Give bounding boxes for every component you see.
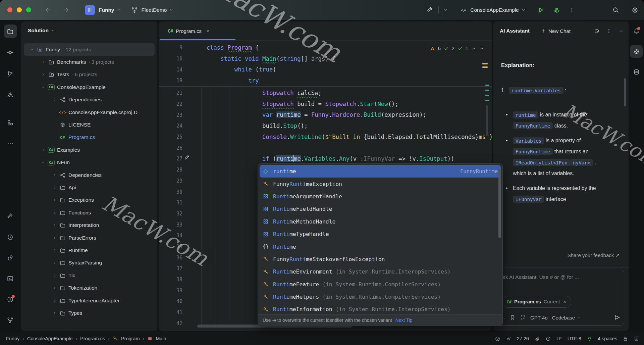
share-feedback-link[interactable]: Share your feedback ↗ [568,252,620,258]
model-selector[interactable]: GPT-4o [530,315,548,321]
rail-more-tools-icon[interactable] [4,137,17,150]
ai-more-kebab-icon[interactable] [606,28,612,34]
no-problems-shield-icon[interactable] [587,336,592,342]
code-line-26[interactable]: 26 [159,142,492,153]
rail-profiler-icon[interactable] [4,251,17,264]
minimize-window-button[interactable] [17,7,22,12]
tab-program-cs[interactable]: C# Program.cs [168,28,210,34]
completion-item-runtime[interactable]: runtimeFunnyRuntime [260,165,501,178]
tree-item-examples[interactable]: C#Examples [24,144,155,156]
send-icon[interactable] [614,314,621,321]
settings-gear-button[interactable] [631,6,639,14]
tree-item-runtime[interactable]: Runtime [24,244,155,256]
solution-panel-title[interactable]: Solution [28,28,49,34]
forward-button[interactable] [62,6,69,13]
workspace-chevron-down-icon[interactable] [169,8,173,12]
rail-run-icon[interactable] [4,230,17,244]
quick-fix-icon[interactable] [184,154,190,160]
tree-chevron-icon[interactable] [29,48,35,52]
rail-build-icon[interactable] [4,209,17,223]
tree-chevron-icon[interactable] [51,173,58,177]
completion-item-runtimeargumenthandle[interactable]: RuntimeArgumentHandle [260,190,501,203]
rail-terminal-icon[interactable] [4,272,17,285]
search-button[interactable] [612,6,619,13]
rail-plugins-icon[interactable] [4,116,17,129]
code-line-19[interactable]: 19 try [159,75,492,86]
rail-pull-requests-icon[interactable] [4,67,17,80]
tree-chevron-icon[interactable] [51,261,58,265]
tree-chevron-icon[interactable] [51,311,58,315]
debug-button[interactable] [553,6,560,14]
tree-item-dependencies[interactable]: Dependencies [24,169,155,181]
tree-item-typeinferenceadapter[interactable]: TypeInferenceAdapter [24,294,155,307]
line-ending-selector[interactable]: LF [556,336,562,341]
build-chevron-down-icon[interactable] [443,8,448,12]
close-window-button[interactable] [7,7,12,12]
context-file-chip[interactable]: C# Program.cs Current [502,296,571,308]
run-config-chevron-down-icon[interactable] [521,8,526,12]
right-rail-notifications-icon[interactable] [630,24,643,37]
tree-item-tests[interactable]: Tests· 6 projects [24,68,155,81]
tree-item-functions[interactable]: Functions [24,206,155,219]
tree-chevron-icon[interactable] [51,223,58,227]
code-line-9[interactable]: 9 class Program { [159,42,492,53]
tree-item-license[interactable]: LICENSE [24,118,155,131]
completion-item-runtimefeature[interactable]: RuntimeFeature(in System.Runtime.Compile… [260,278,501,291]
tree-item-dependencies[interactable]: Dependencies [24,94,155,106]
rail-version-control-icon[interactable] [4,313,17,327]
indent-selector[interactable]: 4 spaces [598,336,617,341]
run-button[interactable] [537,6,544,14]
build-tool-button[interactable] [427,6,434,13]
tree-item-funny[interactable]: Funny· 12 projects [24,43,155,56]
new-chat-button[interactable]: New Chat [541,28,571,34]
tree-item-tic[interactable]: Tic [24,269,155,282]
status-check-icon[interactable] [495,336,500,342]
run-config-name[interactable]: ConsoleAppExample [470,7,519,13]
tree-item-program-cs[interactable]: C#Program.cs [24,131,155,144]
completion-item-runtimeinformation[interactable]: RuntimeInformation(in System.Runtime.Int… [260,303,501,314]
tree-item-tokenization[interactable]: Tokenization [24,282,155,294]
status-ai-icon[interactable] [534,336,540,342]
tree-item-syntaxparsing[interactable]: SyntaxParsing [24,257,155,269]
tree-chevron-icon[interactable] [51,248,58,252]
breadcrumb-item-program[interactable]: Program [113,336,140,341]
chip-close-icon[interactable] [562,300,567,304]
back-button[interactable] [45,6,52,13]
project-chevron-down-icon[interactable] [117,8,121,12]
tree-chevron-icon[interactable] [40,72,47,77]
ai-chat-input[interactable] [500,272,622,283]
code-line-14[interactable]: 14 while (true) [159,64,492,75]
next-tip-link[interactable]: Next Tip [395,318,413,323]
tree-item-api[interactable]: Api [24,181,155,194]
completion-item-runtimemethodhandle[interactable]: RuntimeMethodHandle [260,215,501,228]
breadcrumb-item-funny[interactable]: Funny [6,336,19,341]
tree-chevron-icon[interactable] [51,236,58,240]
tree-item-benchmarks[interactable]: Benchmarks· 3 projects [24,56,155,68]
code-line-10[interactable]: 10 static void Main(string[] args) { [159,53,492,64]
status-activity-icon[interactable] [506,336,512,342]
rail-problems-icon[interactable] [4,293,17,306]
tree-chevron-icon[interactable] [51,286,58,290]
tab-close-icon[interactable] [206,29,210,33]
tree-chevron-icon[interactable] [40,60,47,64]
rail-files-icon[interactable] [4,24,17,38]
tree-chevron-icon[interactable] [51,198,58,202]
lock-icon[interactable] [623,336,628,342]
ai-minimize-icon[interactable] [618,28,624,34]
completion-item-runtimeenvironment[interactable]: RuntimeEnvironment(in System.Runtime.Int… [260,265,501,278]
code-line-27[interactable]: 27 if (runtime.Variables.Any(v :IFunnyVa… [159,153,492,164]
project-name[interactable]: Funny [99,7,114,13]
completion-item-runtimetypehandle[interactable]: RuntimeTypeHandle [260,228,501,240]
completion-item-runtime[interactable]: {}Runtime [260,240,501,253]
workspace-name[interactable]: FleetDemo [142,7,167,13]
tree-item-exceptions[interactable]: Exceptions [24,194,155,206]
log-scroll-icon[interactable] [634,336,639,342]
code-line-25[interactable]: 25 Console.WriteLine($"Built in {build.E… [159,132,492,143]
encoding-selector[interactable]: UTF-8 [568,336,581,341]
tree-chevron-icon[interactable] [51,98,58,102]
completion-scrollbar[interactable] [498,169,501,238]
ai-panel-scrollbar[interactable] [624,78,626,106]
code-line-21[interactable]: 21 Stopwatch calcSw; [159,88,492,99]
tree-chevron-icon[interactable] [51,274,58,278]
right-rail-database-icon[interactable] [630,65,643,78]
